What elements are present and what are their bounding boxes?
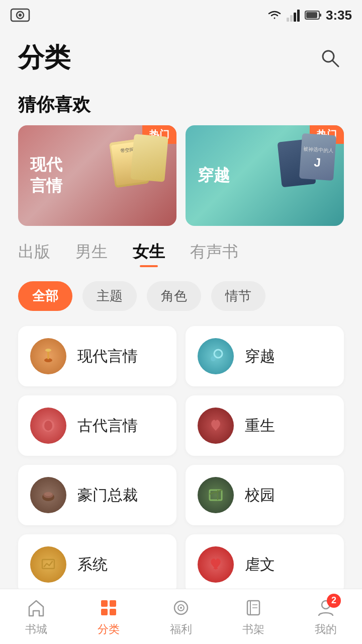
svg-rect-4 bbox=[290, 15, 293, 22]
banner-label-left: 现代 言情 bbox=[30, 154, 62, 196]
category-chuanyue[interactable]: 穿越 bbox=[186, 326, 344, 386]
cat-icon-chongsheng bbox=[198, 408, 234, 444]
time-display: 3:35 bbox=[326, 8, 352, 23]
search-icon bbox=[319, 47, 341, 69]
cat-icon-gudai bbox=[30, 408, 66, 444]
banner-card-romance[interactable]: 热门 现代 言情 带空间 bbox=[18, 125, 176, 226]
banner-books-right: 被神选中的人 J bbox=[279, 130, 339, 221]
nüwen-icon bbox=[206, 554, 226, 575]
nav-bookstore[interactable]: 书城 bbox=[0, 597, 72, 637]
svg-rect-6 bbox=[297, 10, 300, 22]
filter-theme[interactable]: 主题 bbox=[82, 281, 137, 311]
category-xiaoyuan[interactable]: 校园 bbox=[186, 465, 344, 525]
status-bar-left bbox=[10, 7, 30, 23]
wifi-icon bbox=[266, 9, 283, 21]
nav-profile[interactable]: 2 我的 bbox=[290, 597, 362, 637]
gudai-icon bbox=[38, 416, 58, 436]
cat-icon-xitong bbox=[30, 546, 66, 583]
banner-label-right: 穿越 bbox=[198, 165, 230, 186]
cat-label-chongsheng: 重生 bbox=[245, 416, 275, 436]
svg-rect-8 bbox=[319, 14, 321, 17]
main-content: 分类 猜你喜欢 热门 现代 言情 带空间 bbox=[0, 30, 362, 644]
cat-label-nüwen: 虐文 bbox=[245, 554, 275, 575]
svg-rect-28 bbox=[101, 600, 108, 607]
cat-label-chuanyue: 穿越 bbox=[245, 346, 275, 367]
svg-point-2 bbox=[19, 14, 22, 17]
cat-icon-xiandai bbox=[30, 338, 66, 374]
nav-profile-label: 我的 bbox=[315, 622, 337, 637]
bottom-nav: 书城 分类 福利 bbox=[0, 589, 362, 644]
xiandai-icon bbox=[38, 346, 58, 366]
filter-plot[interactable]: 情节 bbox=[211, 281, 265, 311]
svg-rect-29 bbox=[110, 600, 116, 607]
search-button[interactable] bbox=[316, 44, 344, 72]
nav-bookshelf-label: 书架 bbox=[242, 622, 264, 637]
nav-bookstore-label: 书城 bbox=[25, 622, 47, 637]
cat-icon-haomen bbox=[30, 477, 66, 513]
battery-icon bbox=[305, 10, 322, 20]
category-xiandai-yanqing[interactable]: 现代言情 bbox=[18, 326, 176, 386]
nav-grid-icon bbox=[98, 597, 120, 619]
nav-home-icon bbox=[25, 597, 47, 619]
xitong-icon bbox=[38, 554, 58, 575]
banner-books-left: 带空间 bbox=[111, 130, 171, 221]
cat-label-xiaoyuan: 校园 bbox=[245, 485, 275, 506]
xiaoyuan-icon bbox=[206, 485, 226, 505]
status-bar-right: 3:35 bbox=[266, 8, 352, 23]
svg-rect-3 bbox=[287, 18, 289, 22]
tab-nüsheng[interactable]: 女生 bbox=[133, 241, 165, 266]
book-thumb-r2: 被神选中的人 J bbox=[299, 133, 336, 181]
nav-gift-icon bbox=[170, 597, 192, 619]
svg-point-21 bbox=[44, 492, 52, 496]
category-xitong[interactable]: 系统 bbox=[18, 534, 176, 595]
photo-icon bbox=[10, 7, 30, 23]
cat-label-xitong: 系统 bbox=[77, 554, 108, 575]
nav-categories[interactable]: 分类 bbox=[72, 597, 145, 637]
svg-line-11 bbox=[332, 60, 338, 66]
filter-all[interactable]: 全部 bbox=[18, 281, 72, 311]
banner-row: 热门 现代 言情 带空间 热门 穿越 bbox=[0, 125, 362, 241]
filter-role[interactable]: 角色 bbox=[147, 281, 201, 311]
profile-badge: 2 bbox=[327, 594, 341, 608]
chuanyue-icon bbox=[206, 346, 226, 366]
cat-label-xiandai: 现代言情 bbox=[77, 346, 138, 367]
svg-rect-5 bbox=[294, 13, 296, 22]
category-tabs: 出版 男生 女生 有声书 bbox=[0, 241, 362, 281]
tab-yousheng[interactable]: 有声书 bbox=[190, 241, 238, 266]
banner-card-timewarp[interactable]: 热门 穿越 被神选中的人 J bbox=[186, 125, 344, 226]
svg-rect-9 bbox=[306, 12, 317, 18]
cat-label-haomen: 豪门总裁 bbox=[77, 485, 138, 506]
svg-rect-30 bbox=[101, 609, 108, 615]
category-haomen[interactable]: 豪门总裁 bbox=[18, 465, 176, 525]
status-bar: 3:35 bbox=[0, 0, 362, 30]
category-nüwen[interactable]: 虐文 bbox=[186, 534, 344, 595]
tab-chuban[interactable]: 出版 bbox=[18, 241, 50, 266]
cat-icon-chuanyue bbox=[198, 338, 234, 374]
nav-categories-label: 分类 bbox=[98, 622, 120, 637]
svg-point-14 bbox=[45, 349, 51, 352]
cat-icon-nüwen bbox=[198, 546, 234, 583]
category-chongsheng[interactable]: 重生 bbox=[186, 395, 344, 456]
haomen-icon bbox=[38, 485, 58, 505]
filter-row: 全部 主题 角色 情节 bbox=[0, 281, 362, 326]
nav-bookshelf[interactable]: 书架 bbox=[217, 597, 290, 637]
cat-icon-xiaoyuan bbox=[198, 477, 234, 513]
cat-label-gudai: 古代言情 bbox=[77, 416, 138, 436]
guess-like-title: 猜你喜欢 bbox=[0, 80, 362, 125]
nav-profile-icon-wrap: 2 bbox=[315, 597, 337, 619]
nav-book-icon bbox=[242, 597, 264, 619]
nav-benefits-label: 福利 bbox=[170, 622, 192, 637]
chongsheng-icon bbox=[206, 416, 226, 436]
signal-icon bbox=[287, 9, 301, 22]
svg-point-18 bbox=[44, 421, 52, 431]
svg-point-15 bbox=[214, 350, 222, 358]
svg-point-34 bbox=[180, 607, 182, 609]
nav-benefits[interactable]: 福利 bbox=[145, 597, 217, 637]
svg-point-16 bbox=[211, 356, 216, 361]
category-gudai-yanqing[interactable]: 古代言情 bbox=[18, 395, 176, 456]
category-grid: 现代言情 穿越 古代言情 bbox=[0, 326, 362, 605]
book-thumb-2 bbox=[130, 134, 168, 182]
svg-rect-31 bbox=[110, 609, 116, 615]
tab-nansheng[interactable]: 男生 bbox=[75, 241, 108, 266]
header: 分类 bbox=[0, 30, 362, 80]
